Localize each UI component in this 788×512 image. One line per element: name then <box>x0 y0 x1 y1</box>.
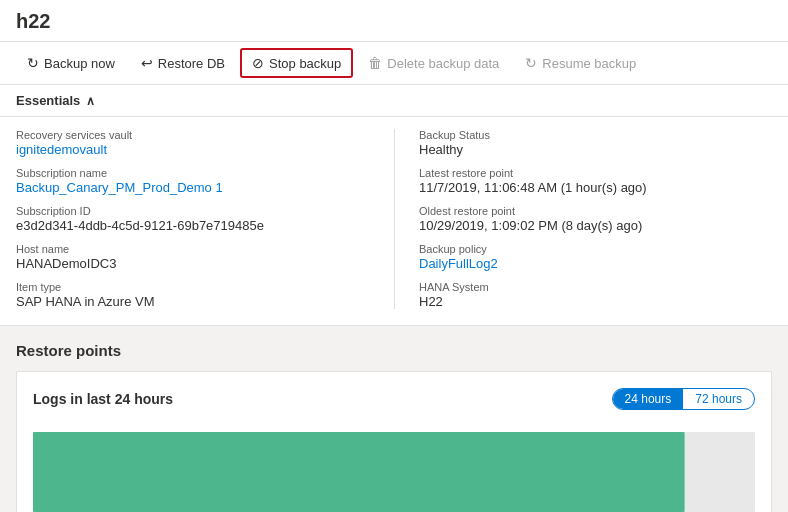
time-24h-button[interactable]: 24 hours <box>613 389 684 409</box>
subscription-name-field: Subscription name Backup_Canary_PM_Prod_… <box>16 167 394 195</box>
item-type-value: SAP HANA in Azure VM <box>16 294 394 309</box>
latest-restore-field: Latest restore point 11/7/2019, 11:06:48… <box>419 167 772 195</box>
stop-backup-icon: ⊘ <box>252 55 264 71</box>
chart-area: Wed 6:00 PM Thu 12:00 AM Thu 6:00 AM Thu… <box>33 422 755 512</box>
item-type-field: Item type SAP HANA in Azure VM <box>16 281 394 309</box>
oldest-restore-field: Oldest restore point 10/29/2019, 1:09:02… <box>419 205 772 233</box>
backup-status-label: Backup Status <box>419 129 772 141</box>
backup-now-label: Backup now <box>44 56 115 71</box>
hana-system-value: H22 <box>419 294 772 309</box>
stop-backup-button[interactable]: ⊘ Stop backup <box>240 48 353 78</box>
host-name-field: Host name HANADemoIDC3 <box>16 243 394 271</box>
essentials-label: Essentials <box>16 93 80 108</box>
chevron-up-icon: ∧ <box>86 94 95 108</box>
oldest-restore-value: 10/29/2019, 1:09:02 PM (8 day(s) ago) <box>419 218 772 233</box>
chart-svg <box>33 422 755 512</box>
subscription-id-label: Subscription ID <box>16 205 394 217</box>
page-wrapper: h22 ↻ Backup now ↩ Restore DB ⊘ Stop bac… <box>0 0 788 512</box>
restore-card-header: Logs in last 24 hours 24 hours 72 hours <box>33 388 755 410</box>
host-name-label: Host name <box>16 243 394 255</box>
backup-policy-value[interactable]: DailyFullLog2 <box>419 256 772 271</box>
backup-policy-field: Backup policy DailyFullLog2 <box>419 243 772 271</box>
restore-section: Restore points Logs in last 24 hours 24 … <box>0 326 788 512</box>
resume-icon: ↻ <box>525 55 537 71</box>
backup-status-field: Backup Status Healthy <box>419 129 772 157</box>
resume-backup-label: Resume backup <box>542 56 636 71</box>
restore-card-title: Logs in last 24 hours <box>33 391 173 407</box>
resume-backup-button[interactable]: ↻ Resume backup <box>514 49 647 77</box>
delete-backup-button[interactable]: 🗑 Delete backup data <box>357 49 510 77</box>
oldest-restore-label: Oldest restore point <box>419 205 772 217</box>
backup-status-value: Healthy <box>419 142 772 157</box>
restore-points-title: Restore points <box>16 342 772 359</box>
essentials-left: Recovery services vault ignitedemovault … <box>16 129 394 309</box>
backup-now-button[interactable]: ↻ Backup now <box>16 49 126 77</box>
recovery-vault-label: Recovery services vault <box>16 129 394 141</box>
toolbar: ↻ Backup now ↩ Restore DB ⊘ Stop backup … <box>0 42 788 85</box>
restore-db-label: Restore DB <box>158 56 225 71</box>
hana-system-field: HANA System H22 <box>419 281 772 309</box>
item-type-label: Item type <box>16 281 394 293</box>
subscription-name-value[interactable]: Backup_Canary_PM_Prod_Demo 1 <box>16 180 394 195</box>
svg-rect-0 <box>33 432 685 512</box>
latest-restore-value: 11/7/2019, 11:06:48 AM (1 hour(s) ago) <box>419 180 772 195</box>
hana-system-label: HANA System <box>419 281 772 293</box>
restore-card: Logs in last 24 hours 24 hours 72 hours <box>16 371 772 512</box>
essentials-header[interactable]: Essentials ∧ <box>0 85 788 117</box>
host-name-value: HANADemoIDC3 <box>16 256 394 271</box>
svg-rect-1 <box>685 432 755 512</box>
page-title: h22 <box>16 10 772 33</box>
essentials-content: Recovery services vault ignitedemovault … <box>0 117 788 326</box>
essentials-right: Backup Status Healthy Latest restore poi… <box>394 129 772 309</box>
delete-icon: 🗑 <box>368 55 382 71</box>
subscription-id-field: Subscription ID e3d2d341-4ddb-4c5d-9121-… <box>16 205 394 233</box>
restore-db-button[interactable]: ↩ Restore DB <box>130 49 236 77</box>
restore-db-icon: ↩ <box>141 55 153 71</box>
subscription-id-value: e3d2d341-4ddb-4c5d-9121-69b7e719485e <box>16 218 394 233</box>
recovery-vault-value[interactable]: ignitedemovault <box>16 142 394 157</box>
stop-backup-label: Stop backup <box>269 56 341 71</box>
time-toggle[interactable]: 24 hours 72 hours <box>612 388 755 410</box>
page-header: h22 <box>0 0 788 42</box>
time-72h-button[interactable]: 72 hours <box>683 389 754 409</box>
latest-restore-label: Latest restore point <box>419 167 772 179</box>
delete-backup-label: Delete backup data <box>387 56 499 71</box>
recovery-vault-field: Recovery services vault ignitedemovault <box>16 129 394 157</box>
backup-policy-label: Backup policy <box>419 243 772 255</box>
backup-now-icon: ↻ <box>27 55 39 71</box>
subscription-name-label: Subscription name <box>16 167 394 179</box>
